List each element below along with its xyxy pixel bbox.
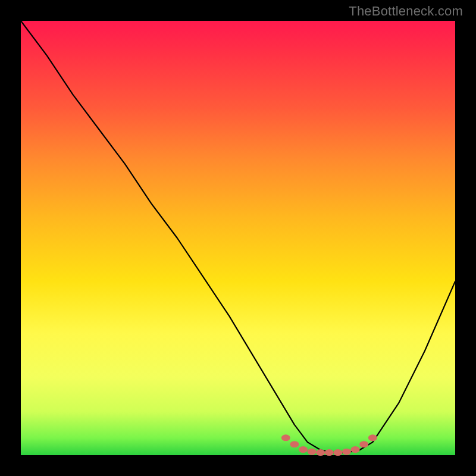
bottom-dots <box>281 434 377 456</box>
marker-dot <box>333 449 342 456</box>
watermark-text: TheBottleneck.com <box>349 4 463 19</box>
marker-dot <box>351 446 360 453</box>
marker-dot <box>308 449 317 455</box>
marker-dot <box>325 449 334 456</box>
marker-dot <box>359 441 368 447</box>
marker-dot <box>281 434 290 441</box>
plot-area <box>21 21 455 455</box>
chart-frame: TheBottleneck.com <box>0 0 476 476</box>
curve-svg <box>21 21 455 455</box>
marker-dot <box>290 441 299 447</box>
marker-dot <box>316 449 325 456</box>
marker-dot <box>299 446 308 453</box>
marker-dot <box>342 449 351 455</box>
marker-dot <box>368 434 377 441</box>
bottleneck-curve <box>21 21 455 453</box>
